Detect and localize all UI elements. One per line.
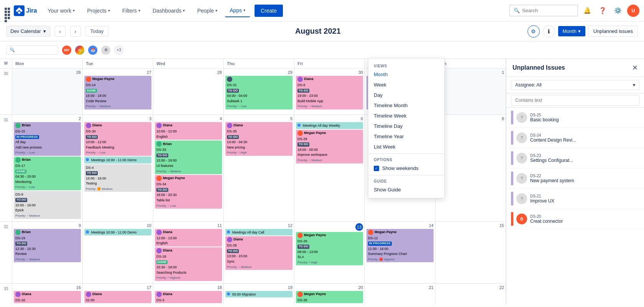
event-diana-english-4[interactable]: Diana 10:00 - 12:00 English [155,122,222,140]
event-ds31[interactable]: DS-31 TO DO 04:00 - 04:00 Subtask 1 Prio… [225,76,292,109]
panel-item-ds23[interactable]: ? DS-23 Settings Configurat... [506,148,644,168]
contains-filter-input[interactable] [511,95,639,106]
event-ds36[interactable]: Megan Payne DS-36 [296,291,363,304]
cal-cell-sun-1[interactable]: 1 [435,69,506,114]
help-button[interactable]: ❓ [596,5,609,17]
cal-cell-fri-20[interactable]: 20 Megan Payne DS-36 [294,284,365,305]
view-week[interactable]: Week [368,80,444,90]
filter-avatar-clock[interactable]: ⏱ [101,46,110,55]
panel-item-ds24[interactable]: ? DS-24 Content Design Revi... [506,128,644,148]
calendar-name-button[interactable]: Dev Calendar ▾ [6,26,50,37]
global-search[interactable]: 🔍 [509,5,578,16]
cal-cell-thu-19[interactable]: 19 00:00 Migration [224,284,294,305]
event-ds17[interactable]: Brian DS-17 DONE 04:30 - 15:00 Monitorin… [14,157,81,190]
event-ds33[interactable]: Brian DS-33 TO DO 15:00 - 19:00 UI featu… [155,140,222,174]
cal-cell-tue-10[interactable]: 10 Meetings 10:00 - 11:00 Demo [83,222,153,283]
cal-cell-thu-5[interactable]: 5 Diana DS-35 TO DO 14:00 - 04:30 New pr… [224,115,294,221]
create-button[interactable]: Create [255,5,283,17]
event-ds16[interactable]: Diana DS-16 [14,291,81,304]
nav-apps[interactable]: Apps ▾ [225,4,250,17]
event-ds14[interactable]: Megan Payne DS-14 DONE 16:00 - 18:00 Cod… [84,76,151,109]
event-ds9[interactable]: DS-9 TO DO 10:00 - 16:00 Epick Priority:… [14,191,81,219]
event-ds15[interactable]: Brian DS-15 IN PROGRESS All day Add new … [14,122,81,156]
cal-cell-thu-29[interactable]: 29 DS-31 TO DO 04:00 - 04:00 Subtask 1 P… [224,69,294,114]
cal-cell-sun-22[interactable]: 22 [435,284,506,305]
nav-dashboards[interactable]: Dashboards ▾ [148,5,190,17]
cal-cell-wed-4[interactable]: 4 Diana 10:00 - 12:00 English Brian [153,115,224,221]
view-timeline-month[interactable]: Timeline Month [368,100,444,111]
view-month[interactable]: Month [368,69,444,80]
cal-cell-fri-6[interactable]: 6 Meetings All day Weekly Megan Payne DS… [294,115,365,221]
panel-item-ds22[interactable]: ? DS-22 New payment system [506,168,644,189]
filter-search-input[interactable] [16,47,55,53]
event-migration[interactable]: 00:00 Migration [225,291,292,298]
nav-filters[interactable]: Filters ▾ [118,5,145,17]
cal-cell-tue-27[interactable]: 27 Megan Payne DS-14 DONE 16:00 - 18:00 … [83,69,153,114]
more-avatars-badge[interactable]: +3 [114,46,123,55]
show-weekends-option[interactable]: Show weekends [368,163,444,173]
view-timeline-day[interactable]: Timeline Day [368,121,444,131]
event-ds18[interactable]: Diana DS-18 DONE 15:30 - 18:00 Searching… [155,247,222,281]
event-ds19[interactable]: Brian DS-19 TO DO 12:30 - 15:30 Review P… [14,229,81,263]
next-month-button[interactable]: › [70,26,81,37]
assignee-filter-dropdown[interactable]: Assignee: All ▾ [511,80,639,90]
cal-cell-wed-18[interactable]: 18 Diana DS-3 [153,284,224,305]
event-diana-17[interactable]: Diana 01:00 [84,291,151,304]
month-view-button[interactable]: Month ▾ [558,26,585,36]
view-list-week[interactable]: List Week [368,142,444,152]
cal-cell-fri-13-today[interactable]: 13 Megan Payne DS-26 TO DO 09:00 - 13:00… [294,222,365,283]
jira-logo[interactable]: Jira [14,5,37,16]
unplanned-issues-button[interactable]: Unplanned issues [588,26,638,37]
event-ds6[interactable]: Diana DS-6 TO DO 19:00 - 23:00 Build Mob… [296,76,363,109]
filter-avatar-cal[interactable]: 📅 [88,46,97,55]
cal-cell-sun-15[interactable]: 15 [435,222,506,283]
search-input[interactable] [522,8,573,13]
event-ds35[interactable]: Diana DS-35 TO DO 14:00 - 04:30 New pric… [225,122,292,156]
filter-avatar-g[interactable]: G [75,46,84,55]
cal-cell-mon-16[interactable]: 16 Diana DS-16 [12,284,83,305]
view-timeline-week[interactable]: Timeline Week [368,111,444,121]
nav-people[interactable]: People ▾ [192,5,222,17]
cal-cell-tue-17[interactable]: 17 Diana 01:00 [83,284,153,305]
cal-cell-thu-12[interactable]: 12 Meetings All day Call Diana DS-28 TO … [224,222,294,283]
panel-item-ds25[interactable]: ? DS-25 Basic booking [506,108,644,128]
nav-projects[interactable]: Projects ▾ [82,5,115,17]
event-ds3[interactable]: Diana DS-3 [155,291,222,304]
show-guide-option[interactable]: Show Guide [368,185,444,195]
filter-search[interactable]: 🔍 [6,46,58,55]
cal-cell-sat-21[interactable]: 21 [365,284,435,305]
event-ds34[interactable]: Megan Payne DS-34 TO DO 18:00 - 20:30 Ta… [155,175,222,209]
cal-cell-fri-30[interactable]: 30 Diana DS-6 TO DO 19:00 - 23:00 Build … [294,69,365,114]
event-ds30[interactable]: Diana DS-30 TO DO 10:00 - 12:00 Feedback… [84,122,151,156]
event-ds4[interactable]: DS-4 TO DO 15:00 - 16:00 Testing Priorit… [84,164,151,192]
settings-button[interactable]: ⚙️ [612,5,624,17]
cal-cell-wed-11[interactable]: 11 Diana 12:00 - 13:00 English Diana [153,222,224,283]
panel-item-ds20[interactable]: B DS-20 Creat connector [506,209,644,229]
view-timeline-year[interactable]: Timeline Year [368,131,444,142]
event-ds12[interactable]: Megan Payne DS-12 IN PROGRESS 11:00 - 16… [366,229,434,263]
cal-cell-sat-14[interactable]: 14 Megan Payne DS-12 IN PROGRESS 11:00 -… [365,222,435,283]
cal-cell-sun-8[interactable]: 8 [435,115,506,221]
cal-cell-mon-2[interactable]: 2 Brian DS-15 IN PROGRESS All day Add ne… [12,115,83,221]
notifications-button[interactable]: 🔔 [581,5,593,17]
panel-item-ds21[interactable]: ? DS-21 Improve UX [506,189,644,209]
event-diana-english-11[interactable]: Diana 12:00 - 13:00 English [155,229,222,247]
panel-close-button[interactable]: ✕ [632,64,638,72]
event-meetings-weekly[interactable]: Meetings All day Weekly [296,122,363,129]
event-meetings-call[interactable]: Meetings All day Call [225,229,292,236]
cal-cell-wed-28[interactable]: 28 [153,69,224,114]
event-ds28[interactable]: Diana DS-28 TO DO 13:00 - 15:00 Sync Pri… [225,236,292,270]
grid-icon[interactable] [5,8,11,14]
settings-icon[interactable]: ⚙ [527,25,540,38]
prev-month-button[interactable]: ‹ [55,26,66,37]
filter-avatar-mp[interactable]: MP [62,46,71,55]
event-meetings-demo-3[interactable]: Meetings 10:00 - 11:00 Demo [84,157,151,163]
cal-cell-mon-26[interactable]: 26 [12,69,83,114]
nav-your-work[interactable]: Your work ▾ [43,5,79,17]
user-avatar[interactable]: U [627,5,639,17]
cal-cell-tue-3[interactable]: 3 Diana DS-30 TO DO 10:00 - 12:00 Feedba… [83,115,153,221]
event-ds26[interactable]: Megan Payne DS-26 TO DO 09:00 - 13:00 SL… [296,232,363,266]
event-meetings-10[interactable]: Meetings 10:00 - 11:00 Demo [84,229,151,236]
view-day[interactable]: Day [368,90,444,100]
today-button[interactable]: Today [85,26,109,36]
